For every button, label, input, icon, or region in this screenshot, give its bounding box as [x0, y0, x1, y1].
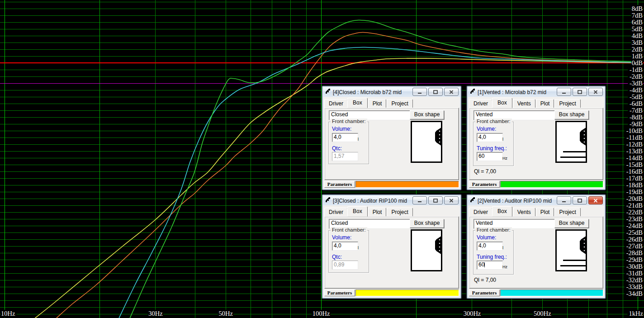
y-tick-label: -34dB	[626, 290, 643, 297]
param-input: 0,89	[332, 261, 358, 270]
vent-port-line	[563, 260, 586, 261]
text-caret	[484, 262, 485, 267]
parameters-button[interactable]: Parameters	[324, 290, 355, 296]
tab-driver[interactable]: Driver	[469, 208, 492, 217]
close-button[interactable]	[588, 196, 603, 204]
tab-project[interactable]: Project	[554, 208, 580, 217]
y-tick-label: -21dB	[626, 202, 643, 209]
param-input[interactable]: 4,0	[477, 133, 503, 142]
tab-plot[interactable]: Plot	[536, 208, 554, 217]
tab-plot[interactable]: Plot	[536, 99, 554, 108]
x-tick-label: 30Hz	[148, 310, 163, 317]
param-input[interactable]: 60	[477, 261, 503, 270]
tab-box[interactable]: Box	[492, 98, 512, 108]
box-window-2: [2]Vented : Auditor RIP100 midDriverBoxV…	[467, 195, 606, 299]
maximize-button[interactable]	[428, 196, 443, 204]
speaker-icon	[578, 235, 587, 256]
tab-box[interactable]: Box	[347, 98, 368, 108]
box-shape-button[interactable]: Box shape	[410, 110, 444, 119]
curve-color-bar	[500, 181, 603, 188]
window-statusbar: Parameters	[469, 290, 603, 296]
tab-plot[interactable]: Plot	[368, 208, 387, 217]
y-tick-label: -15dB	[626, 161, 643, 168]
parameters-button[interactable]: Parameters	[469, 181, 500, 188]
y-tick-label: -27dB	[626, 242, 643, 250]
tab-vents[interactable]: Vents	[513, 208, 535, 217]
param-label: Volume:	[477, 126, 496, 132]
close-button[interactable]	[588, 88, 603, 96]
front-chamber-group: Front chamber:Volume:4,0lQtc:1,57	[328, 122, 369, 164]
window-titlebar[interactable]: [4]Closed : Microlab b72 mid	[323, 87, 460, 96]
tab-strip: DriverBoxVentsPlotProject	[469, 99, 603, 108]
param-label: Volume:	[477, 234, 496, 241]
param-input[interactable]: 60	[477, 152, 503, 161]
param-label: Tuning freq.:	[477, 254, 507, 260]
caption-buttons	[412, 88, 459, 96]
param-input[interactable]: 4,0	[477, 242, 503, 251]
close-button[interactable]	[444, 196, 459, 204]
y-tick-label: -33dB	[626, 283, 643, 290]
y-tick-label: 7dB	[632, 12, 643, 19]
box-diagram	[411, 121, 442, 163]
front-chamber-label: Front chamber:	[475, 227, 512, 233]
y-tick-label: -17dB	[626, 175, 643, 182]
y-tick-label: 0dB	[632, 59, 643, 66]
tab-driver[interactable]: Driver	[324, 208, 348, 217]
tab-vents[interactable]: Vents	[513, 99, 535, 108]
unit-label: l	[358, 246, 359, 250]
unit-label: Hz	[502, 156, 507, 161]
box-shape-button[interactable]: Box shape	[554, 110, 589, 119]
y-tick-label: -13dB	[626, 147, 643, 155]
window-titlebar[interactable]: [2]Vented : Auditor RIP100 mid	[468, 196, 604, 205]
y-tick-label: -18dB	[626, 181, 643, 189]
y-tick-label: -11dB	[626, 134, 643, 141]
window-statusbar: Parameters	[469, 181, 603, 188]
y-tick-label: -12dB	[626, 141, 643, 148]
param-input[interactable]: 4,0	[332, 133, 358, 142]
param-input[interactable]: 4,0	[332, 242, 358, 251]
tab-box[interactable]: Box	[492, 206, 512, 217]
window-title: [3]Closed : Auditor RIP100 mid	[333, 197, 411, 204]
y-tick-label: -24dB	[626, 222, 643, 229]
unit-label: Hz	[502, 265, 507, 269]
box-tab-panel: ClosedBox shapeFront chamber:Volume:4,0l…	[324, 108, 459, 180]
parameters-button[interactable]: Parameters	[324, 181, 355, 188]
speaker-icon	[433, 127, 442, 148]
minimize-button[interactable]	[557, 88, 571, 96]
caption-buttons	[557, 88, 603, 96]
y-tick-label: -19dB	[626, 188, 643, 195]
tab-driver[interactable]: Driver	[469, 99, 492, 108]
box-shape-button[interactable]: Box shape	[410, 219, 444, 228]
window-body: DriverBoxPlotProjectClosedBox shapeFront…	[323, 97, 460, 189]
box-diagram	[555, 121, 587, 163]
front-chamber-label: Front chamber:	[475, 119, 512, 124]
front-chamber-group: Front chamber:Volume:4,0lTuning freq.:60…	[473, 230, 514, 275]
y-tick-label: -23dB	[626, 215, 643, 223]
parameters-button[interactable]: Parameters	[469, 290, 500, 296]
front-chamber-label: Front chamber:	[331, 227, 367, 233]
maximize-button[interactable]	[573, 196, 587, 204]
minimize-button[interactable]	[412, 196, 427, 204]
app-icon	[325, 197, 331, 204]
tab-driver[interactable]: Driver	[324, 99, 348, 108]
window-titlebar[interactable]: [3]Closed : Auditor RIP100 mid	[323, 196, 460, 205]
maximize-button[interactable]	[428, 88, 443, 96]
ql-value-text: Ql = 7,00	[474, 168, 496, 175]
tab-project[interactable]: Project	[387, 208, 412, 217]
param-label: Tuning freq.:	[477, 145, 507, 152]
minimize-button[interactable]	[557, 196, 571, 204]
tab-project[interactable]: Project	[554, 99, 580, 108]
param-input: 1,57	[332, 152, 358, 161]
minimize-button[interactable]	[412, 88, 427, 96]
box-shape-button[interactable]: Box shape	[554, 219, 589, 228]
tab-box[interactable]: Box	[347, 206, 368, 217]
tab-plot[interactable]: Plot	[368, 99, 387, 108]
speaker-icon	[433, 235, 442, 256]
close-button[interactable]	[444, 88, 459, 96]
box-diagram	[411, 229, 442, 271]
param-label: Volume:	[332, 126, 351, 132]
maximize-button[interactable]	[573, 88, 587, 96]
tab-project[interactable]: Project	[387, 99, 412, 108]
front-chamber-label: Front chamber:	[331, 119, 367, 124]
window-titlebar[interactable]: [1]Vented : Microlab b72 mid	[468, 87, 604, 96]
